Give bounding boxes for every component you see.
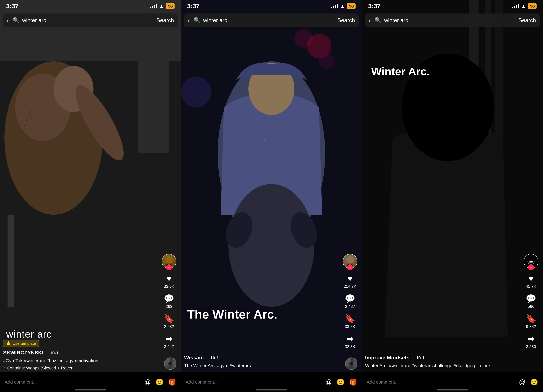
follow-plus-3[interactable]: +: [528, 264, 534, 271]
avatar-wrap-2[interactable]: +: [343, 254, 357, 269]
search-icon-3: 🔍: [375, 17, 382, 24]
search-button-3[interactable]: Search: [518, 17, 536, 24]
signal-icon-3: [512, 4, 519, 8]
video-info-3: Improve Mindsets · 10-1 Winter Arc. #win…: [365, 355, 523, 370]
bookmark-count-2: 33.8K: [345, 324, 355, 329]
at-icon-2[interactable]: @: [325, 378, 332, 386]
like-button-3[interactable]: ♥ 45.7K: [526, 274, 536, 289]
svg-rect-8: [7, 215, 14, 307]
comment-icon-2: 💬: [345, 294, 355, 303]
comment-count-2: 2,487: [345, 304, 355, 309]
username-2[interactable]: Wissam · 10-1: [184, 355, 342, 361]
bookmark-button-1[interactable]: 🔖 2,232: [164, 315, 174, 329]
like-button-2[interactable]: ♥ 214.7K: [344, 274, 356, 289]
bookmark-count-3: 9,382: [526, 324, 536, 329]
template-icon-1: ⭐: [6, 341, 11, 346]
share-count-3: 3,580: [526, 344, 536, 349]
comment-button-3[interactable]: 💬 566: [526, 294, 536, 309]
at-icon-3[interactable]: @: [519, 378, 526, 386]
like-count-1: 33.6K: [164, 284, 174, 289]
battery-1: 58: [166, 3, 175, 9]
video-background-2: W: [181, 0, 362, 392]
action-buttons-3: + ♥ 45.7K 💬 566 🔖 9,382 ➦ 3,580: [524, 254, 538, 349]
video-music-1: ♪ Contains: Woops (Slowed + Rever...: [3, 366, 161, 370]
bookmark-button-3[interactable]: 🔖 9,382: [526, 315, 536, 329]
music-disc-2: [345, 358, 357, 370]
music-note-icon-1: ♪: [3, 366, 5, 370]
gift-icon-2[interactable]: 🎁: [349, 378, 357, 386]
at-icon-1[interactable]: @: [144, 378, 151, 386]
time-3: 3:37: [368, 2, 380, 10]
avatar-wrap-3[interactable]: +: [524, 254, 538, 269]
like-button-1[interactable]: ♥ 33.6K: [164, 274, 174, 289]
search-button-1[interactable]: Search: [156, 17, 174, 24]
status-bar-2: 3:37 ▲ 58: [181, 0, 362, 12]
back-button-1[interactable]: ‹: [7, 16, 9, 25]
search-input-2[interactable]: winter arc: [203, 17, 335, 24]
comment-input-2[interactable]: Add comment...: [186, 379, 321, 385]
search-input-1[interactable]: winter arc: [22, 17, 154, 24]
video-background-3: [362, 0, 543, 392]
follow-plus-2[interactable]: +: [347, 264, 353, 271]
status-icons-2: ▲ 58: [331, 3, 356, 9]
more-link-3[interactable]: more: [480, 363, 490, 368]
comment-input-3[interactable]: Add comment...: [367, 379, 514, 385]
heart-icon-1: ♥: [166, 274, 171, 283]
emoji-icon-1[interactable]: 🙂: [156, 378, 164, 386]
action-buttons-2: + ♥ 214.7K 💬 2,487 🔖 33.8K ➦ 32.8K: [343, 254, 357, 349]
template-badge-1[interactable]: ⭐ Use template: [3, 340, 39, 347]
emoji-icon-2[interactable]: 🙂: [337, 378, 345, 386]
wifi-icon-3: ▲: [521, 3, 526, 9]
back-button-3[interactable]: ‹: [369, 16, 371, 25]
comment-button-1[interactable]: 💬 263: [164, 294, 174, 309]
video-tags-1: #GymTok #winterarc #buzzcut #gymmotivati…: [3, 357, 161, 364]
share-icon-3: ➦: [527, 335, 535, 343]
share-button-3[interactable]: ➦ 3,580: [526, 335, 536, 349]
emoji-icon-3[interactable]: 🙂: [530, 378, 538, 386]
search-button-2[interactable]: Search: [337, 17, 355, 24]
phone-panel-2: W 3:37 ▲ 58 ‹ 🔍 winter arc Search The: [181, 0, 362, 392]
gift-icon-1[interactable]: 🎁: [168, 378, 176, 386]
search-icon-1: 🔍: [13, 17, 20, 24]
video-tags-2: The Winter Arc. #gym #winterarc: [184, 362, 342, 369]
comment-input-1[interactable]: Add comment...: [5, 379, 140, 385]
wifi-icon-1: ▲: [159, 3, 164, 9]
video-overlay-text-3: Winter Arc.: [371, 64, 518, 79]
username-3[interactable]: Improve Mindsets · 10-1: [365, 355, 523, 361]
comment-bar-2: Add comment... @ 🙂 🎁: [181, 372, 362, 392]
bookmark-button-2[interactable]: 🔖 33.8K: [345, 315, 355, 329]
svg-text:W: W: [264, 139, 266, 142]
video-tags-3: Winter Arc. #winterarc #winterarcchallen…: [365, 362, 523, 369]
share-button-1[interactable]: ➦ 3,247: [164, 335, 174, 349]
comment-button-2[interactable]: 💬 2,487: [345, 294, 355, 309]
status-icons-3: ▲ 58: [512, 3, 537, 9]
username-1[interactable]: SKWIRCZYNSKI · 10-1: [3, 350, 161, 356]
video-info-2: Wissam · 10-1 The Winter Arc. #gym #wint…: [184, 355, 342, 370]
svg-point-15: [319, 54, 334, 69]
share-icon-2: ➦: [346, 335, 354, 343]
svg-point-16: [181, 77, 212, 107]
search-bar-2: ‹ 🔍 winter arc Search: [184, 13, 359, 27]
search-input-3[interactable]: winter arc: [384, 17, 516, 24]
time-1: 3:37: [6, 2, 18, 10]
template-label-1: Use template: [12, 341, 36, 346]
share-button-2[interactable]: ➦ 32.8K: [345, 335, 355, 349]
music-disc-inner-1: [168, 362, 172, 365]
video-overlay-text-1: winter arc: [6, 329, 52, 340]
heart-icon-2: ♥: [347, 274, 352, 283]
heart-icon-3: ♥: [528, 274, 533, 283]
comment-bar-3: Add comment... @ 🙂: [362, 372, 543, 392]
search-bar-3: ‹ 🔍 winter arc Search: [365, 13, 540, 27]
status-bar-3: 3:37 ▲ 58: [362, 0, 543, 12]
phone-panel-1: 3:37 ▲ 58 ‹ 🔍 winter arc Search winter a…: [0, 0, 181, 392]
avatar-wrap-1[interactable]: +: [162, 254, 176, 269]
phone-panel-3: 3:37 ▲ 58 ‹ 🔍 winter arc Search Winter A…: [362, 0, 543, 392]
svg-rect-9: [138, 31, 169, 153]
follow-plus-1[interactable]: +: [166, 264, 172, 271]
signal-icon-2: [331, 4, 338, 8]
back-button-2[interactable]: ‹: [188, 16, 190, 25]
home-indicator-3: [437, 389, 468, 391]
comment-bar-1: Add comment... @ 🙂 🎁: [0, 372, 181, 392]
like-count-3: 45.7K: [526, 284, 536, 289]
battery-3: 58: [528, 3, 537, 9]
